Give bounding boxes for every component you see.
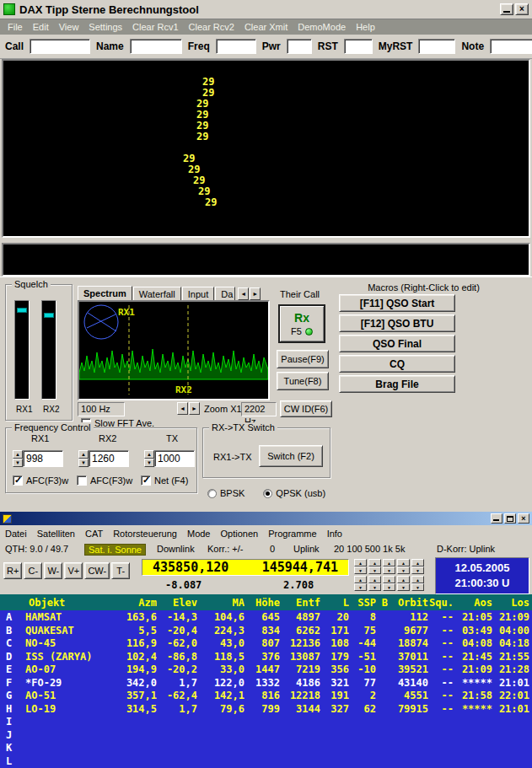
down-arrow-icon[interactable]: ▼ xyxy=(354,567,367,574)
freq-input[interactable] xyxy=(216,39,256,54)
down-arrow-icon[interactable]: ▼ xyxy=(411,567,424,574)
pwr-input[interactable] xyxy=(287,39,312,54)
up-arrow-icon[interactable]: ▲ xyxy=(13,450,23,459)
menu-item[interactable]: Datei xyxy=(5,529,27,539)
rst-input[interactable] xyxy=(344,39,373,54)
macro-button[interactable]: Brag File xyxy=(339,375,455,393)
function-key-button[interactable]: CW- xyxy=(84,562,110,579)
close-button[interactable]: × xyxy=(515,3,529,15)
rx2-frequency-input[interactable] xyxy=(89,450,129,467)
right-arrow-icon[interactable]: ► xyxy=(189,402,200,415)
window1-titlebar[interactable]: DAX Tipp Sterne Berechnungstool × xyxy=(0,0,532,19)
menu-item[interactable]: Settings xyxy=(84,21,126,33)
down-arrow-icon[interactable]: ▼ xyxy=(354,583,367,591)
macro-button[interactable]: QSO Final xyxy=(339,335,455,352)
menu-item[interactable]: Mode xyxy=(187,529,211,539)
menu-item[interactable]: Clear Xmit xyxy=(240,21,292,33)
tune-button[interactable]: Tune(F8) xyxy=(277,372,329,390)
up-arrow-icon[interactable]: ▲ xyxy=(383,576,395,583)
down-arrow-icon[interactable]: ▼ xyxy=(383,583,395,591)
spectrum-display[interactable]: RX1 RX2 xyxy=(78,300,270,400)
table-row-empty[interactable]: L xyxy=(0,755,532,768)
squelch-slider-rx2[interactable] xyxy=(41,300,56,400)
menu-item[interactable]: Optionen xyxy=(221,529,259,539)
window2-titlebar[interactable]: × xyxy=(0,512,532,525)
maximize-button[interactable] xyxy=(504,513,516,524)
menu-item[interactable]: Clear Rcv1 xyxy=(128,21,182,33)
up-arrow-icon[interactable]: ▲ xyxy=(397,559,410,567)
down-arrow-icon[interactable]: ▼ xyxy=(397,567,410,574)
table-row[interactable]: C NO-45 116,9 -62,0 43,0 807 12136 108 -… xyxy=(0,637,532,651)
function-key-button[interactable]: W- xyxy=(44,562,62,579)
down-arrow-icon[interactable]: ▼ xyxy=(411,583,424,591)
menu-item[interactable]: Satelliten xyxy=(37,529,75,539)
menu-item[interactable]: Help xyxy=(352,21,379,33)
table-row[interactable]: E AO-07 194,9 -20,2 33,0 1447 7219 356 -… xyxy=(0,663,532,677)
tx-frequency-input[interactable] xyxy=(154,450,195,467)
menu-item[interactable]: Edit xyxy=(29,21,53,33)
tab-input[interactable]: Input xyxy=(182,287,214,300)
menu-item[interactable]: Info xyxy=(327,529,342,539)
up-arrow-icon[interactable]: ▲ xyxy=(397,576,410,583)
table-row[interactable]: D ISS (ZARYA) 102,4 -86,8 118,5 376 1308… xyxy=(0,651,532,664)
up-arrow-icon[interactable]: ▲ xyxy=(354,559,367,567)
call-input[interactable] xyxy=(30,39,90,54)
minimize-button[interactable] xyxy=(500,3,513,15)
slider-thumb[interactable] xyxy=(17,308,27,313)
menu-item[interactable]: Programme xyxy=(268,529,316,539)
minimize-button[interactable] xyxy=(491,513,502,524)
menu-item[interactable]: CAT xyxy=(85,529,103,539)
up-arrow-icon[interactable]: ▲ xyxy=(383,559,395,567)
afc-rx1-checkbox[interactable]: AFC(F3)w xyxy=(13,475,68,486)
function-key-button[interactable]: R+ xyxy=(3,562,22,579)
close-button[interactable]: × xyxy=(518,513,529,524)
down-arrow-icon[interactable]: ▼ xyxy=(13,459,23,467)
menu-item[interactable]: File xyxy=(3,21,27,33)
rx-button[interactable]: Rx F5 xyxy=(278,304,325,343)
pause-button[interactable]: Pause(F9) xyxy=(277,350,329,368)
down-arrow-icon[interactable]: ▼ xyxy=(144,459,154,467)
table-row-empty[interactable]: I xyxy=(0,716,532,729)
function-key-button[interactable]: T- xyxy=(111,562,130,579)
table-row[interactable]: G AO-51 357,1 -62,4 142,1 816 12218 191 … xyxy=(0,690,532,703)
down-arrow-icon[interactable]: ▼ xyxy=(368,567,381,574)
table-row[interactable]: H LO-19 314,5 1,7 79,6 799 3144 327 62 7… xyxy=(0,703,532,717)
up-arrow-icon[interactable]: ▲ xyxy=(368,576,381,583)
table-row[interactable]: A HAMSAT 163,6 -14,3 104,6 645 4897 20 8… xyxy=(0,611,532,625)
down-arrow-icon[interactable]: ▼ xyxy=(383,567,395,574)
table-row[interactable]: F *FO-29 342,0 1,7 122,0 1332 4186 321 7… xyxy=(0,677,532,690)
up-arrow-icon[interactable]: ▲ xyxy=(411,559,424,567)
menu-item[interactable]: Rotorsteuerung xyxy=(113,529,177,539)
right-arrow-icon[interactable]: ► xyxy=(250,287,261,300)
menu-item[interactable]: DemoMode xyxy=(293,21,350,33)
qpsk-radio[interactable]: QPSK (usb) xyxy=(263,488,325,498)
table-row-empty[interactable]: K xyxy=(0,742,532,755)
function-key-button[interactable]: V+ xyxy=(64,562,83,579)
net-checkbox[interactable]: Net (F4) xyxy=(141,475,188,486)
tab-data[interactable]: Da xyxy=(215,287,235,300)
up-arrow-icon[interactable]: ▲ xyxy=(411,576,424,583)
up-arrow-icon[interactable]: ▲ xyxy=(78,450,89,459)
menu-item[interactable]: View xyxy=(55,21,83,33)
transmit-text-area[interactable] xyxy=(2,243,530,277)
table-row[interactable]: B QUAKESAT 5,5 -20,4 224,3 834 6262 171 … xyxy=(0,625,532,638)
table-row-empty[interactable]: J xyxy=(0,729,532,743)
down-arrow-icon[interactable]: ▼ xyxy=(78,459,89,467)
macro-button[interactable]: CQ xyxy=(339,355,455,373)
macro-button[interactable]: [F11] QSO Start xyxy=(339,294,455,312)
bpsk-radio[interactable]: BPSK xyxy=(207,488,245,498)
cw-id-button[interactable]: CW ID(F6) xyxy=(280,400,332,417)
left-arrow-icon[interactable]: ◄ xyxy=(238,287,249,300)
myrst-input[interactable] xyxy=(418,39,455,54)
note-input[interactable] xyxy=(490,39,532,54)
down-arrow-icon[interactable]: ▼ xyxy=(368,583,381,591)
squelch-slider-rx1[interactable] xyxy=(14,300,30,400)
down-arrow-icon[interactable]: ▼ xyxy=(397,583,410,591)
up-arrow-icon[interactable]: ▲ xyxy=(368,559,381,567)
switch-button[interactable]: Switch (F2) xyxy=(259,445,323,467)
macro-button[interactable]: [F12] QSO BTU xyxy=(339,314,455,332)
up-arrow-icon[interactable]: ▲ xyxy=(144,450,154,459)
receive-text-area[interactable]: 2929292929292929292929 xyxy=(2,59,530,238)
menu-item[interactable]: Clear Rcv2 xyxy=(185,21,239,33)
afc-rx2-checkbox[interactable]: AFC(F3)w xyxy=(77,475,132,486)
